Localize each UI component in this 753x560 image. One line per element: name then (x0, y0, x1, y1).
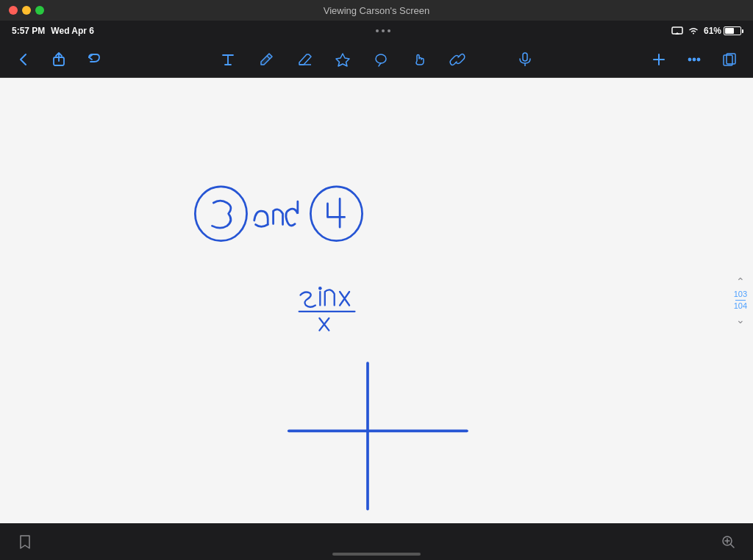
battery-fill (725, 28, 734, 34)
page-numbers: 103 104 (734, 289, 747, 312)
battery-icon (724, 26, 741, 35)
canvas-content: ⌃ 103 104 ⌄ (0, 78, 753, 523)
home-indicator (332, 553, 421, 556)
share-button[interactable] (47, 48, 71, 71)
window-chrome: Viewing Carson's Screen (0, 0, 753, 21)
and-text (254, 201, 298, 226)
svg-line-22 (731, 545, 735, 548)
toolbar (0, 41, 753, 78)
dot-1 (376, 29, 379, 32)
svg-point-10 (693, 58, 696, 60)
drawing-canvas (0, 78, 753, 523)
finger-tool-button[interactable] (407, 48, 431, 71)
date-display: Wed Apr 6 (51, 26, 94, 36)
minimize-button[interactable] (22, 6, 31, 15)
dot-2 (382, 29, 385, 32)
back-button[interactable] (12, 48, 35, 71)
time-display: 5:57 PM (12, 26, 45, 36)
dot-3 (388, 29, 390, 32)
pen-tool-button[interactable] (254, 48, 278, 71)
traffic-lights (9, 6, 44, 15)
shapes-tool-button[interactable] (331, 48, 354, 71)
lasso-tool-button[interactable] (369, 48, 393, 71)
status-bar: 5:57 PM Wed Apr 6 61% (0, 21, 753, 41)
svg-rect-5 (523, 53, 527, 61)
toolbar-center (106, 48, 647, 71)
status-right: 61% (671, 26, 741, 36)
microphone-button[interactable] (513, 48, 537, 71)
cross-plus (289, 363, 467, 509)
toolbar-left (12, 48, 106, 71)
fullscreen-button[interactable] (35, 6, 44, 15)
screen-mirroring-icon (671, 26, 683, 35)
pages-button[interactable] (718, 48, 741, 71)
sinx-over-x (299, 287, 355, 331)
clip-tool-button[interactable] (446, 48, 469, 71)
battery-percent: 61% (704, 26, 721, 36)
total-pages: 104 (734, 301, 747, 312)
page-down-arrow[interactable]: ⌄ (736, 314, 745, 326)
window-title: Viewing Carson's Screen (324, 5, 430, 16)
more-options-button[interactable] (682, 48, 706, 71)
page-navigation: ⌃ 103 104 ⌄ (734, 276, 747, 326)
undo-button[interactable] (82, 48, 106, 71)
bookmark-button[interactable] (12, 528, 38, 555)
eraser-tool-button[interactable] (293, 48, 316, 71)
page-up-arrow[interactable]: ⌃ (736, 276, 745, 287)
close-button[interactable] (9, 6, 18, 15)
svg-point-9 (689, 58, 691, 60)
bottom-bar (0, 523, 753, 560)
status-center (376, 29, 390, 32)
wifi-icon (688, 26, 699, 35)
zoom-button[interactable] (715, 528, 741, 555)
current-page: 103 (734, 289, 747, 300)
circled-4 (310, 187, 362, 241)
svg-point-14 (195, 187, 246, 241)
svg-point-15 (310, 187, 362, 241)
battery-indicator: 61% (704, 26, 741, 36)
toolbar-right (647, 48, 741, 71)
canvas-area: ⌃ 103 104 ⌄ (0, 78, 753, 523)
svg-point-4 (376, 54, 386, 63)
text-tool-button[interactable] (216, 48, 240, 71)
svg-point-11 (698, 58, 700, 60)
ipad-frame: 5:57 PM Wed Apr 6 61% (0, 21, 753, 560)
add-button[interactable] (647, 48, 671, 71)
status-left: 5:57 PM Wed Apr 6 (12, 26, 94, 36)
svg-point-17 (318, 287, 322, 290)
circled-3 (195, 187, 246, 241)
